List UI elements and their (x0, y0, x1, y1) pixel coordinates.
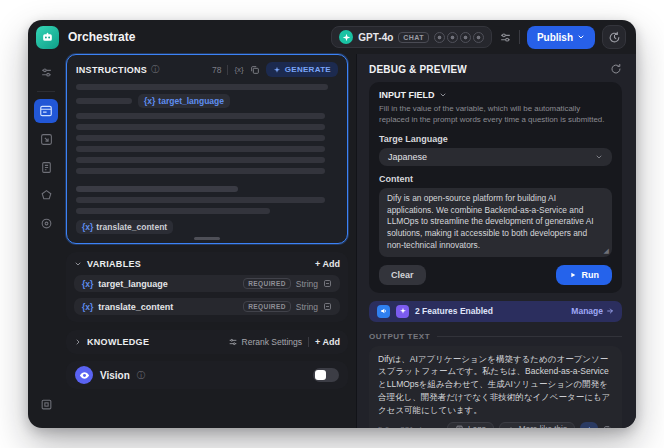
variables-title: VARIABLES (87, 259, 141, 269)
char-count: 78 (212, 65, 221, 75)
sliders-icon (228, 337, 238, 347)
play-icon (569, 271, 577, 279)
info-icon: ⓘ (137, 371, 146, 380)
skeleton-line (76, 157, 325, 163)
toggle-knob (315, 370, 326, 380)
add-knowledge-button[interactable]: + Add (315, 337, 340, 347)
sparkle-icon (507, 426, 515, 428)
insert-variable-button[interactable]: {x} (234, 65, 243, 74)
model-selector[interactable]: GPT-4o CHAT (331, 26, 492, 48)
panel-resize-handle[interactable] (194, 237, 220, 240)
variables-header[interactable]: VARIABLES + Add (74, 259, 340, 269)
features-enabled-bar[interactable]: 2 Features Enabled Manage (369, 301, 622, 322)
copy-icon[interactable] (250, 65, 260, 75)
robot-icon (41, 31, 54, 44)
divider (437, 336, 622, 337)
knowledge-header[interactable]: KNOWLEDGE Rerank Settings + Add (74, 337, 340, 347)
divider (308, 337, 309, 347)
more-like-this-button[interactable]: More like this (499, 422, 575, 428)
chevron-down-icon (595, 153, 603, 161)
debug-header: DEBUG & PREVIEW (369, 63, 622, 75)
skeleton-line (76, 146, 325, 152)
orchestrate-column: INSTRUCTIONS ⓘ 78 {x} GENERATE (64, 54, 356, 428)
titlebar: Orchestrate GPT-4o CHAT (28, 20, 636, 54)
info-icon: ⓘ (151, 65, 160, 74)
add-variable-button[interactable]: + Add (315, 259, 340, 269)
rerank-settings-button[interactable]: Rerank Settings (228, 337, 302, 347)
manage-features-button[interactable]: Manage (571, 306, 614, 316)
publish-button[interactable]: Publish (527, 26, 595, 49)
nav-monitoring-icon[interactable] (34, 211, 58, 235)
capability-icon (473, 32, 484, 43)
input-field-header[interactable]: INPUT FIELD (379, 90, 612, 100)
instructions-title: INSTRUCTIONS (76, 65, 147, 75)
nav-logs-icon[interactable] (34, 155, 58, 179)
capability-icon (434, 32, 445, 43)
output-text: Difyは、AIアプリケーションを構築するためのオープンソースプラットフォームで… (378, 353, 613, 417)
logs-icon (455, 425, 464, 428)
debug-panel: DEBUG & PREVIEW INPUT FIELD Fill in the … (356, 54, 636, 428)
speaker-button[interactable] (580, 422, 598, 428)
model-mode-badge: CHAT (398, 32, 429, 43)
page-title: Orchestrate (68, 30, 135, 44)
output-footer: 5.6s · 321 chars Logs (378, 422, 613, 428)
chevron-right-icon (74, 338, 82, 346)
nav-preview-icon[interactable] (34, 127, 58, 151)
text-to-speech-feature-icon (377, 305, 390, 318)
skeleton-line (76, 197, 325, 203)
model-params-icon[interactable] (499, 31, 512, 44)
form-actions: Clear Run (379, 265, 612, 285)
instructions-panel[interactable]: INSTRUCTIONS ⓘ 78 {x} GENERATE (66, 54, 348, 244)
skeleton-line (76, 98, 132, 104)
speaker-icon (585, 425, 594, 428)
target-language-select[interactable]: Japanese (379, 148, 612, 166)
output-text-header: OUTPUT TEXT (369, 332, 622, 341)
content-textarea[interactable]: Dify is an open-source platform for buil… (379, 188, 612, 257)
vision-feature-row: Vision ⓘ (66, 361, 348, 389)
vision-toggle[interactable] (313, 368, 339, 382)
variables-section: VARIABLES + Add {x} target_language REQU… (66, 252, 348, 322)
chevron-down-icon (577, 33, 585, 41)
model-provider-icon (339, 30, 353, 44)
variable-settings-icon[interactable] (323, 279, 332, 288)
chevron-down-icon (439, 91, 447, 99)
content-label: Content (379, 174, 612, 184)
capability-icon (447, 32, 458, 43)
clear-button[interactable]: Clear (379, 265, 426, 285)
variable-row[interactable]: {x} target_language REQUIRED String (74, 275, 340, 292)
skeleton-line (76, 84, 328, 90)
variable-chip-translate-content[interactable]: {x} translate_content (76, 220, 173, 234)
eye-icon (75, 366, 93, 384)
app-logo (36, 26, 59, 49)
resize-handle-icon[interactable]: ◢ (604, 246, 609, 256)
logs-button[interactable]: Logs (447, 422, 494, 428)
variable-chip-target-language[interactable]: {x} target_language (138, 94, 230, 108)
chevron-down-icon (74, 260, 82, 268)
history-icon (608, 31, 621, 44)
app-body: INSTRUCTIONS ⓘ 78 {x} GENERATE (28, 54, 636, 428)
skeleton-line (76, 168, 325, 174)
variable-settings-icon[interactable] (323, 302, 332, 311)
divider (37, 91, 55, 92)
variable-row[interactable]: {x} translate_content REQUIRED String (74, 298, 340, 315)
prompt-line: {x} translate_content (76, 220, 338, 234)
variable-type: String (296, 302, 318, 312)
refresh-icon[interactable] (610, 63, 622, 75)
debug-title: DEBUG & PREVIEW (369, 64, 467, 75)
collapse-sidebar-icon[interactable] (34, 392, 58, 416)
skeleton-line (76, 186, 238, 192)
copy-output-icon[interactable] (603, 425, 613, 428)
features-enabled-text: 2 Features Enabled (415, 306, 493, 316)
nav-orchestrate-icon[interactable] (34, 99, 58, 123)
generate-button[interactable]: GENERATE (266, 62, 338, 77)
nav-settings-sliders-icon[interactable] (34, 60, 58, 84)
history-button[interactable] (602, 25, 626, 49)
model-name: GPT-4o (358, 32, 393, 43)
nav-annotation-icon[interactable] (34, 183, 58, 207)
app-window: Orchestrate GPT-4o CHAT (28, 20, 636, 428)
input-field-description: Fill in the value of the variable, which… (379, 104, 612, 126)
run-button[interactable]: Run (556, 265, 613, 285)
desktop-background: Orchestrate GPT-4o CHAT (0, 0, 664, 448)
capability-icon (460, 32, 471, 43)
skeleton-line (76, 124, 325, 130)
